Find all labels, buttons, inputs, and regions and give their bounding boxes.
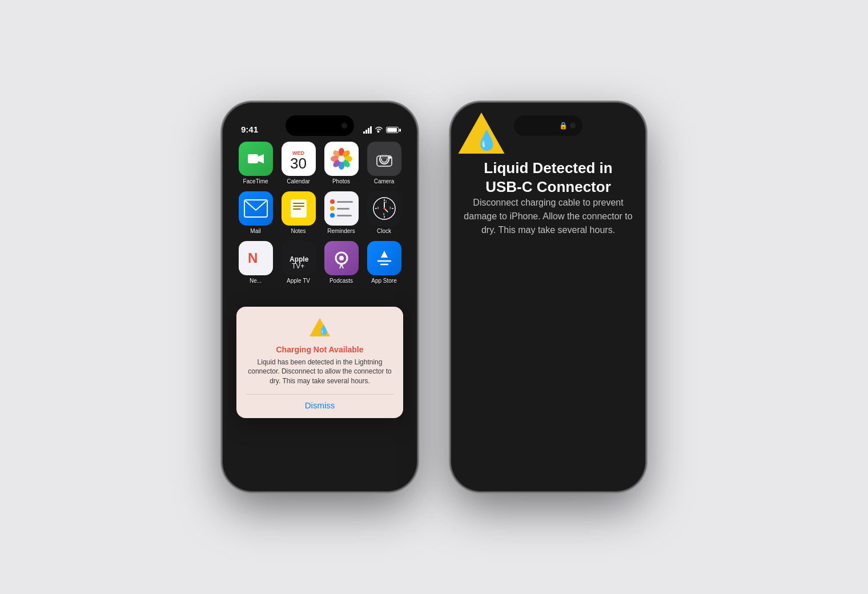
liquid-title-line1: Liquid Detected in bbox=[456, 159, 641, 178]
svg-point-17 bbox=[389, 156, 391, 159]
app-facetime[interactable]: FaceTime bbox=[236, 142, 275, 184]
app-camera[interactable]: Camera bbox=[365, 142, 403, 184]
status-icons bbox=[363, 126, 399, 134]
app-news[interactable]: N Ne... bbox=[236, 241, 275, 284]
alert-body: Liquid has been detected in the Lightnin… bbox=[246, 358, 394, 386]
svg-point-12 bbox=[338, 155, 345, 162]
svg-text:3: 3 bbox=[389, 206, 391, 210]
status-time: 9:41 bbox=[241, 125, 258, 134]
svg-point-41 bbox=[339, 256, 344, 260]
app-mail-label: Mail bbox=[250, 228, 260, 234]
camera-dot-right bbox=[570, 123, 576, 129]
warning-triangle-large: 💧 bbox=[456, 107, 507, 159]
app-appstore-label: App Store bbox=[371, 278, 396, 284]
app-notes[interactable]: Notes bbox=[279, 191, 318, 234]
liquid-title-line2: USB-C Connector bbox=[456, 178, 641, 196]
app-notes-label: Notes bbox=[291, 228, 306, 234]
svg-text:💧: 💧 bbox=[475, 129, 499, 152]
svg-text:N: N bbox=[248, 250, 258, 266]
svg-rect-15 bbox=[381, 154, 388, 159]
app-podcasts[interactable]: Podcasts bbox=[322, 241, 360, 284]
app-reminders[interactable]: Reminders bbox=[322, 191, 360, 234]
svg-text:9: 9 bbox=[377, 206, 379, 210]
phone-left: 9:41 bbox=[223, 103, 417, 491]
app-tv-label: Apple TV bbox=[287, 278, 310, 284]
alert-popup: 💧 Charging Not Available Liquid has been… bbox=[236, 307, 403, 418]
app-calendar-label: Calendar bbox=[287, 178, 310, 184]
app-grid: FaceTime WED 30 Calendar bbox=[227, 142, 412, 284]
dynamic-island-right: 🔒 bbox=[514, 115, 582, 136]
liquid-body: Disconnect charging cable to prevent dam… bbox=[456, 196, 641, 237]
svg-point-35 bbox=[383, 207, 385, 210]
calendar-date: 30 bbox=[290, 156, 307, 171]
app-photos[interactable]: Photos bbox=[322, 142, 360, 184]
app-appstore[interactable]: App Store bbox=[365, 241, 403, 284]
signal-bars-icon bbox=[363, 126, 372, 134]
app-news-label: Ne... bbox=[250, 278, 262, 284]
svg-marker-2 bbox=[258, 154, 264, 163]
liquid-detected-title: Liquid Detected in USB-C Connector bbox=[456, 159, 641, 196]
app-camera-label: Camera bbox=[374, 178, 395, 184]
app-mail[interactable]: Mail bbox=[236, 191, 275, 234]
dynamic-island-left bbox=[286, 115, 354, 136]
reminders-icon bbox=[326, 195, 357, 222]
app-podcasts-label: Podcasts bbox=[329, 278, 353, 284]
app-tv[interactable]: AppleTV+ Apple TV bbox=[279, 241, 318, 284]
svg-rect-21 bbox=[293, 203, 304, 204]
svg-text:💧: 💧 bbox=[318, 324, 329, 335]
camera-dot bbox=[341, 123, 347, 129]
phone-right: 🔒 💧 Liquid Detected in USB-C Connector D… bbox=[451, 103, 645, 491]
app-photos-label: Photos bbox=[332, 178, 350, 184]
app-clock-label: Clock bbox=[377, 228, 391, 234]
app-facetime-label: FaceTime bbox=[243, 178, 268, 184]
svg-text:6: 6 bbox=[383, 212, 384, 216]
app-calendar[interactable]: WED 30 Calendar bbox=[279, 142, 318, 184]
battery-icon bbox=[386, 127, 399, 133]
alert-warning-icon: 💧 bbox=[246, 317, 394, 342]
app-reminders-label: Reminders bbox=[327, 228, 355, 234]
alert-title: Charging Not Available bbox=[246, 345, 394, 354]
wifi-icon bbox=[375, 126, 383, 134]
svg-rect-1 bbox=[248, 154, 258, 163]
alert-dismiss-button[interactable]: Dismiss bbox=[246, 400, 394, 410]
lock-icon: 🔒 bbox=[559, 122, 568, 130]
svg-text:TV+: TV+ bbox=[292, 262, 304, 270]
svg-rect-23 bbox=[293, 208, 301, 210]
svg-rect-22 bbox=[293, 206, 304, 207]
app-clock[interactable]: 12 3 6 9 Clock bbox=[365, 191, 403, 234]
